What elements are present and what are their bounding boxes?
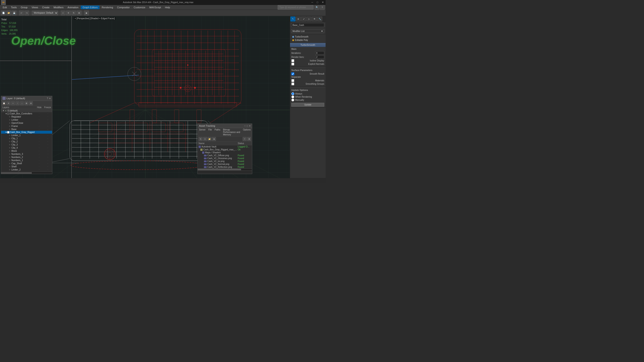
layer-item-clip4[interactable]: ⊹ Clip_4 ··· ··· xyxy=(1,146,52,149)
layer-item-numbers2[interactable]: ⊹ Numbers_2 ··· ··· xyxy=(1,156,52,159)
menu-tools[interactable]: Tools xyxy=(9,5,18,9)
panel-tab-display[interactable]: 👁 xyxy=(312,16,317,21)
title-bar-controls[interactable]: ─ □ ✕ xyxy=(310,1,325,4)
menu-help[interactable]: Help xyxy=(163,5,172,9)
layers-delete-btn[interactable]: ✕ xyxy=(6,101,10,105)
rotate-button[interactable]: ↻ xyxy=(71,10,76,15)
layer-item-clip1[interactable]: ⊹ Clip_1 ··· ··· xyxy=(1,137,52,140)
asset-settings-btn[interactable]: ⚙ xyxy=(247,137,251,141)
asset-item-reflection[interactable]: Cash_V2_Reflection.png Found xyxy=(198,166,252,168)
asset-grid-btn[interactable]: ⊞ xyxy=(212,137,216,141)
when-rendering-radio-item[interactable]: When Rendering xyxy=(291,95,324,98)
asset-item-vault[interactable]: Autodesk Vault Logged O... xyxy=(198,145,252,148)
layer-item-block[interactable]: ⊹ Block ··· ··· xyxy=(1,149,52,152)
layer-item-shelf[interactable]: ⊹ Shelf ··· ··· xyxy=(1,165,52,168)
modifier-editable-poly[interactable]: Editable Poly xyxy=(291,38,324,42)
iterations-input[interactable] xyxy=(315,51,324,55)
asset-help-btn[interactable]: ? xyxy=(242,137,247,141)
layer-item-openclose[interactable]: ⊹ Open/Close ··· ··· xyxy=(1,121,52,124)
layer-item-numbers1[interactable]: ⊹ Numbers_1 ··· ··· xyxy=(1,159,52,162)
scale-button[interactable]: ⊞ xyxy=(77,10,82,15)
layers-close-btn[interactable]: ✕ xyxy=(49,97,51,100)
new-button[interactable]: 📄 xyxy=(1,10,6,15)
layer-item-cap-shelf[interactable]: ⊹ Cap_Shelf ··· ··· xyxy=(1,162,52,165)
menu-views[interactable]: Views xyxy=(30,5,40,9)
menu-modifiers[interactable]: Modifiers xyxy=(52,5,65,9)
asset-menu-file[interactable]: File xyxy=(207,128,213,136)
layers-new-btn[interactable]: 📋 xyxy=(2,101,6,105)
render-button[interactable]: ▶ xyxy=(84,10,89,15)
when-rendering-radio[interactable] xyxy=(291,95,294,98)
asset-item-normal[interactable]: Cash_V2_Normal.png Found xyxy=(198,163,252,166)
layers-up-btn[interactable]: ↑ xyxy=(16,101,20,105)
layers-help-btn[interactable]: ? xyxy=(47,97,48,100)
layers-add-btn[interactable]: + xyxy=(11,101,15,105)
panel-tab-create[interactable]: ⊕ xyxy=(296,16,301,21)
help-button[interactable]: ? xyxy=(320,5,325,10)
update-button[interactable]: Update xyxy=(291,103,324,107)
asset-item-diffuse[interactable]: Cash_V2_Diffuse.png Found xyxy=(198,154,252,157)
asset-item-glossines[interactable]: Cash_V2_Glossines.png Found xyxy=(198,157,252,160)
menu-group[interactable]: Group xyxy=(19,5,30,9)
layer-item-cap-cash[interactable]: ⊹ Cap_Cash ··· ··· xyxy=(1,171,52,172)
asset-item-maxfile[interactable]: Cash_Box_Gray_Rigged_max_vray.max Ok xyxy=(198,148,252,151)
asset-menu-server[interactable]: Server xyxy=(198,128,207,136)
explicit-normals-checkbox[interactable] xyxy=(291,62,294,65)
layers-collapse-btn[interactable]: ⊟ xyxy=(29,101,33,105)
asset-maximize-btn[interactable]: □ xyxy=(247,125,248,127)
menu-create[interactable]: Create xyxy=(40,5,51,9)
close-button[interactable]: ✕ xyxy=(321,1,325,4)
menu-customize[interactable]: Customize xyxy=(132,5,147,9)
asset-scrollbar[interactable] xyxy=(198,168,252,170)
layer-item-clip3[interactable]: ⊹ Clip_3 ··· ··· xyxy=(1,143,52,146)
layer-checkbox[interactable] xyxy=(7,131,10,133)
menu-compositor[interactable]: Compositor xyxy=(116,5,132,9)
search-input[interactable] xyxy=(278,5,314,9)
panel-tab-motion[interactable]: ▷ xyxy=(306,16,312,21)
smoothing-groups-checkbox[interactable] xyxy=(291,82,294,85)
layer-item-default[interactable]: ▼ ● 0 (default) ··· ··· xyxy=(1,109,52,112)
layer-checkbox[interactable] xyxy=(7,113,10,115)
asset-title-controls[interactable]: ─ □ ✕ xyxy=(244,125,251,127)
asset-menu-paths[interactable]: Paths xyxy=(213,128,222,136)
menu-graph-editors[interactable]: Graph Editors xyxy=(81,5,100,9)
layer-item-limiter1[interactable]: ⊹ Limiter_1 ··· ··· xyxy=(1,134,52,137)
panel-tab-modify[interactable]: ✎ xyxy=(290,16,296,21)
asset-minimize-btn[interactable]: ─ xyxy=(244,125,246,127)
layers-down-btn[interactable]: ↓ xyxy=(20,101,24,105)
panel-tab-utilities[interactable]: 🔧 xyxy=(317,16,322,21)
save-button[interactable]: 💾 xyxy=(12,10,16,15)
layer-item-regulator[interactable]: ⊹ Regulator ··· ··· xyxy=(1,115,52,118)
minimize-button[interactable]: ─ xyxy=(310,1,314,4)
object-name-input[interactable] xyxy=(291,23,324,27)
maximize-button[interactable]: □ xyxy=(316,1,319,4)
menu-rendering[interactable]: Rendering xyxy=(100,5,115,9)
layer-item-controllers[interactable]: ▼ Cash_Box_Controllers ··· ··· xyxy=(1,112,52,115)
manually-radio-item[interactable]: Manually xyxy=(291,98,324,101)
layers-scrollbar[interactable] xyxy=(1,172,52,174)
asset-list-btn[interactable]: ≡ xyxy=(203,137,207,141)
viewport[interactable]: Open/Close Total Polys: 57,018 Tris: 57,… xyxy=(0,16,290,183)
panel-tab-hierarchy[interactable]: ⑇ xyxy=(301,16,306,21)
menu-edit[interactable]: Edit xyxy=(1,5,9,9)
layer-item-numbers3[interactable]: ⊹ Numbers_3 ··· ··· xyxy=(1,152,52,156)
layers-controls[interactable]: ? ✕ xyxy=(47,97,51,100)
materials-checkbox[interactable] xyxy=(291,79,294,82)
always-radio[interactable] xyxy=(291,92,294,95)
select-button[interactable]: ⊹ xyxy=(60,10,66,15)
asset-menu-options[interactable]: Options xyxy=(242,128,252,136)
turbosmooth-title[interactable]: TurboSmooth xyxy=(290,43,326,47)
asset-path-btn[interactable]: 📁 xyxy=(208,137,212,141)
isoline-checkbox[interactable] xyxy=(291,59,294,62)
layers-expand-btn[interactable]: ⊞ xyxy=(24,101,28,105)
modifier-list-dropdown[interactable]: Modifier List ▼ xyxy=(291,29,324,33)
layer-item-limber[interactable]: ⊹ Limber ··· ··· xyxy=(1,118,52,121)
move-button[interactable]: ✛ xyxy=(66,10,71,15)
manually-radio[interactable] xyxy=(291,98,294,101)
asset-refresh-btn[interactable]: ↻ xyxy=(198,137,202,141)
layer-item-base[interactable]: ⊹ Base ··· ··· xyxy=(1,128,52,131)
redo-button[interactable]: ↪ xyxy=(24,10,29,15)
asset-menu-bitmap[interactable]: Bitmap Performance and Memory xyxy=(222,128,242,136)
menu-animation[interactable]: Animation xyxy=(66,5,80,9)
layers-scrollbar-thumb[interactable] xyxy=(1,172,32,174)
